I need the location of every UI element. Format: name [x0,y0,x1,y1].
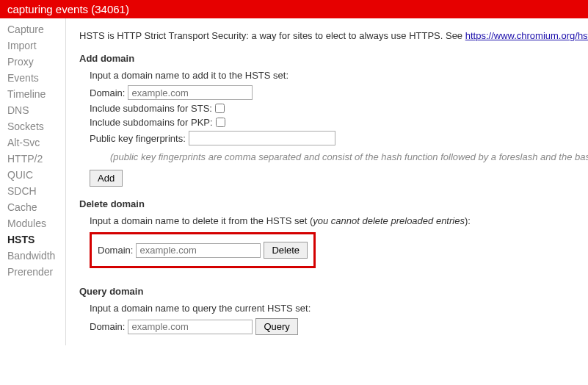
delete-domain-row: Domain: Delete [98,242,308,259]
sidebar-item-cache[interactable]: Cache [0,199,65,215]
sidebar-item-timeline[interactable]: Timeline [0,86,65,102]
sidebar-item-modules[interactable]: Modules [0,215,65,231]
delete-instruction-b: you cannot delete preloaded entries [313,215,465,226]
sidebar-item-proxy[interactable]: Proxy [0,54,65,70]
delete-domain-title: Delete domain [79,198,588,209]
add-sts-checkbox[interactable] [215,104,225,113]
main-layout: Capture Import Proxy Events Timeline DNS… [0,18,588,345]
add-pkf-label: Public key fingerprints: [90,133,186,144]
sidebar-item-events[interactable]: Events [0,70,65,86]
add-instruction: Input a domain name to add it to the HST… [90,70,588,81]
query-domain-label: Domain: [90,321,125,332]
query-domain-row: Domain: Query [90,318,588,335]
sidebar-item-dns[interactable]: DNS [0,102,65,118]
delete-domain-input[interactable] [136,243,261,258]
query-domain-block: Input a domain name to query the current… [79,303,588,335]
add-sts-label: Include subdomains for STS: [90,103,212,114]
sidebar-item-http2[interactable]: HTTP/2 [0,151,65,167]
add-pkp-row: Include subdomains for PKP: [90,117,588,128]
delete-instruction-c: ): [465,215,471,226]
add-button[interactable]: Add [90,170,123,187]
header-bar: capturing events (34061) [0,0,588,18]
query-button[interactable]: Query [255,318,297,335]
query-domain-input[interactable] [128,320,253,334]
header-title: capturing events (34061) [7,3,129,15]
add-pkp-label: Include subdomains for PKP: [90,117,213,128]
add-pkf-hint: (public key fingerprints are comma separ… [90,151,588,162]
intro-paragraph: HSTS is HTTP Strict Transport Security: … [79,30,588,41]
intro-text: HSTS is HTTP Strict Transport Security: … [79,30,465,41]
sidebar-item-prerender[interactable]: Prerender [0,264,65,280]
sidebar-item-sdch[interactable]: SDCH [0,183,65,199]
delete-domain-block: Input a domain name to delete it from th… [79,215,588,274]
delete-instruction-a: Input a domain name to delete it from th… [90,215,313,226]
sidebar-item-alt-svc[interactable]: Alt-Svc [0,134,65,151]
sidebar-item-quic[interactable]: QUIC [0,167,65,183]
sidebar-item-sockets[interactable]: Sockets [0,118,65,134]
sidebar: Capture Import Proxy Events Timeline DNS… [0,18,66,345]
delete-button[interactable]: Delete [264,242,308,259]
intro-link[interactable]: https://www.chromium.org/hsts [465,30,588,41]
delete-highlight-box: Domain: Delete [90,232,316,268]
add-domain-title: Add domain [79,53,588,64]
add-domain-block: Input a domain name to add it to the HST… [79,70,588,187]
add-pkf-input[interactable] [189,131,335,145]
add-domain-row: Domain: [90,85,588,100]
add-sts-row: Include subdomains for STS: [90,103,588,114]
sidebar-item-capture[interactable]: Capture [0,21,65,37]
add-domain-label: Domain: [90,87,125,98]
content-pane: HSTS is HTTP Strict Transport Security: … [66,18,588,345]
add-pkf-row: Public key fingerprints: [90,131,588,145]
query-instruction: Input a domain name to query the current… [90,303,588,314]
sidebar-item-hsts[interactable]: HSTS [0,231,65,248]
sidebar-item-bandwidth[interactable]: Bandwidth [0,248,65,264]
delete-domain-label: Domain: [98,245,133,256]
add-domain-input[interactable] [128,85,253,100]
add-pkp-checkbox[interactable] [216,118,225,127]
delete-instruction: Input a domain name to delete it from th… [90,215,588,226]
sidebar-item-import[interactable]: Import [0,37,65,54]
query-domain-title: Query domain [79,286,588,297]
